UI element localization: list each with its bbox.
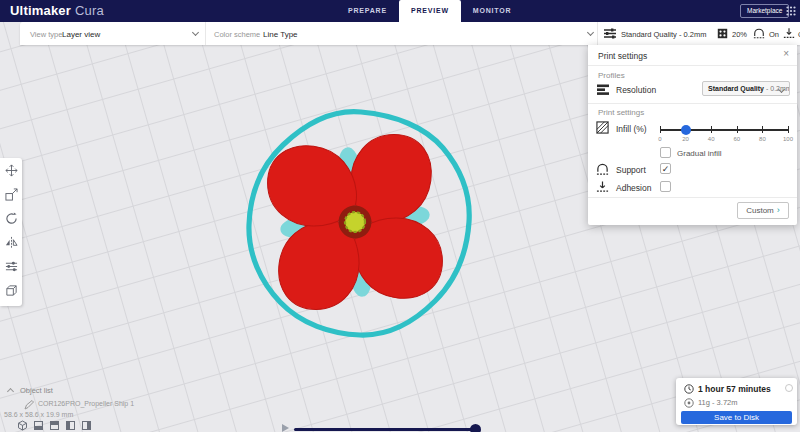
chevron-down-icon[interactable] [192, 29, 199, 36]
divider [588, 197, 797, 198]
model-dimensions: 58.6 x 58.6 x 19.9 mm [4, 411, 73, 418]
tick-label: 60 [733, 136, 740, 142]
infill-slider-track[interactable] [660, 129, 788, 131]
app-header: Ultimaker Cura PREPARE PREVIEW MONITOR M… [0, 0, 800, 22]
panel-title: Print settings [598, 51, 647, 61]
summary-support: On [769, 30, 779, 39]
material-estimate: 11g - 3.72m [698, 398, 737, 407]
tab-prepare[interactable]: PREPARE [336, 0, 399, 22]
divider [588, 103, 797, 104]
infill-icon [596, 121, 609, 134]
edit-pencil-icon[interactable] [24, 400, 34, 410]
material-spool-icon [684, 398, 694, 408]
support-icon [753, 27, 765, 40]
per-model-settings-button[interactable] [0, 254, 22, 278]
tick [660, 126, 661, 133]
simulation-slider-handle[interactable] [470, 424, 481, 432]
resolution-dropdown[interactable]: Standard Quality - 0.2mm [702, 81, 790, 96]
support-blocker-icon [5, 284, 18, 297]
simulation-slider-track[interactable] [294, 428, 478, 431]
app-logo: Ultimaker Cura [10, 3, 104, 18]
cura-window: Object list COR126PRO_Propeller Ship 1 5… [0, 0, 800, 432]
move-tool-button[interactable] [0, 158, 22, 182]
simulation-play-icon[interactable] [282, 424, 289, 432]
tab-monitor[interactable]: MONITOR [461, 0, 524, 22]
tick [762, 126, 763, 133]
custom-button-label: Custom [746, 206, 774, 215]
summary-profile[interactable]: Standard Quality - 0.2mm [621, 30, 706, 39]
details-expand-icon[interactable] [785, 384, 793, 392]
rotate-icon [5, 212, 18, 225]
tick [737, 126, 738, 133]
view-top-icon[interactable] [49, 420, 60, 431]
mirror-icon [5, 236, 18, 249]
rotate-tool-button[interactable] [0, 206, 22, 230]
print-settings-panel: Print settings × Profiles Resolution Sta… [588, 45, 797, 225]
resolution-icon [596, 83, 610, 96]
print-time-estimate: 1 hour 57 minutes [698, 384, 771, 394]
view-options-bar: View type Layer view Color scheme Line T… [20, 22, 800, 45]
apps-grid-icon[interactable] [786, 6, 796, 16]
custom-settings-button[interactable]: Custom› [737, 202, 789, 219]
support-icon [596, 162, 609, 176]
clock-icon [684, 384, 694, 394]
mirror-tool-button[interactable] [0, 230, 22, 254]
infill-slider-handle[interactable] [681, 125, 691, 135]
view-left-icon[interactable] [65, 420, 76, 431]
logo-secondary: Cura [75, 3, 104, 18]
tick [788, 126, 789, 133]
chevron-right-icon: › [777, 205, 780, 215]
tick [711, 126, 712, 133]
adhesion-icon [783, 27, 795, 40]
view-right-icon[interactable] [81, 420, 92, 431]
tick-label: 20 [682, 136, 689, 142]
print-job-card: 1 hour 57 minutes 11g - 3.72m Save to Di… [676, 378, 797, 425]
color-scheme-value[interactable]: Line Type [263, 30, 298, 39]
gradual-infill-label: Gradual infill [677, 149, 721, 158]
print-settings-icon[interactable] [603, 27, 617, 40]
model-file-name: COR126PRO_Propeller Ship 1 [38, 400, 134, 407]
view-front-icon[interactable] [33, 420, 44, 431]
tab-preview[interactable]: PREVIEW [399, 0, 461, 22]
gradual-infill-checkbox[interactable] [660, 147, 671, 158]
infill-label: Infill (%) [616, 124, 647, 134]
resolution-label: Resolution [616, 85, 656, 95]
divider [588, 65, 797, 66]
marketplace-button[interactable]: Marketplace [740, 4, 789, 18]
per-model-settings-icon [5, 260, 18, 273]
close-icon[interactable]: × [783, 48, 789, 59]
infill-icon [717, 28, 728, 39]
stage-tabs: PREPARE PREVIEW MONITOR [336, 0, 523, 22]
adhesion-checkbox[interactable] [660, 181, 671, 192]
scale-tool-button[interactable] [0, 182, 22, 206]
divider [597, 22, 598, 45]
profiles-section-label: Profiles [598, 71, 625, 80]
tick-label: 40 [708, 136, 715, 142]
move-icon [5, 164, 18, 177]
save-to-disk-button[interactable]: Save to Disk [681, 411, 792, 424]
camera-view-buttons [17, 420, 92, 431]
infill-slider[interactable]: 0 20 40 60 80 100 [660, 123, 788, 143]
view-type-value[interactable]: Layer view [62, 30, 100, 39]
support-blocker-button[interactable] [0, 278, 22, 302]
sliced-model-flower[interactable] [209, 75, 509, 375]
scale-icon [5, 188, 18, 201]
tick-label: 100 [783, 136, 793, 142]
resolution-value: Standard Quality [708, 85, 764, 92]
support-label: Support [616, 165, 646, 175]
tick-label: 80 [759, 136, 766, 142]
support-checkbox[interactable]: ✓ [660, 163, 671, 174]
left-toolbar [0, 158, 22, 306]
summary-infill: 20% [732, 30, 747, 39]
object-list-header[interactable]: Object list [20, 386, 53, 395]
view-type-label: View type [30, 30, 62, 39]
divider [205, 22, 206, 45]
adhesion-label: Adhesion [616, 183, 651, 193]
view-3d-icon[interactable] [17, 420, 28, 431]
color-scheme-label: Color scheme [214, 30, 260, 39]
adhesion-icon [596, 180, 609, 194]
logo-primary: Ultimaker [10, 3, 71, 18]
print-settings-section-label: Print settings [598, 108, 644, 117]
tick-label: 0 [658, 136, 661, 142]
chevron-down-icon[interactable] [587, 29, 594, 36]
